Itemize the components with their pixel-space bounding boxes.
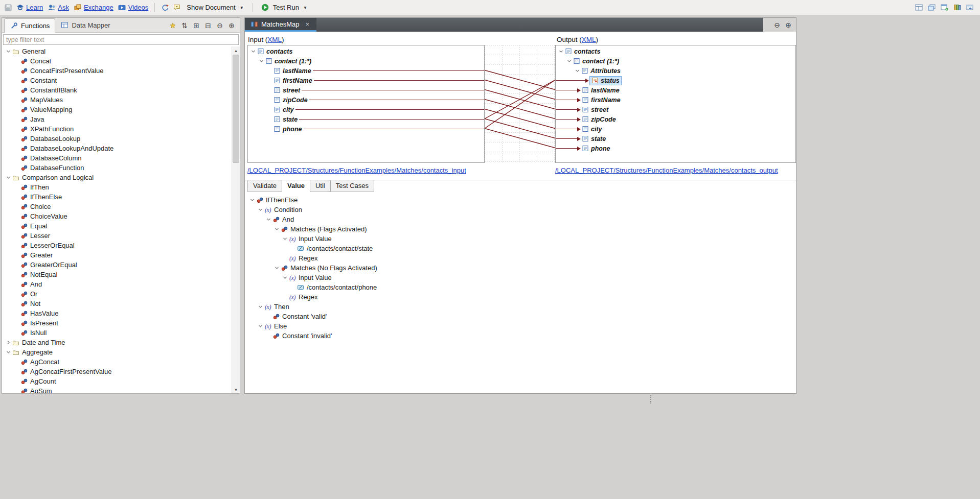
function-item-choice[interactable]: Choice (2, 202, 232, 211)
function-item-hasvalue[interactable]: HasValue (2, 308, 232, 318)
save-icon[interactable] (4, 4, 12, 12)
help-bubble-icon[interactable] (173, 4, 181, 12)
value-node-then[interactable]: (x)Then (245, 302, 796, 312)
splitter-handle[interactable] (650, 395, 653, 403)
schema-node-street[interactable]: street (248, 85, 484, 95)
schema-node-attributes[interactable]: Attributes (556, 66, 795, 76)
function-item-greater[interactable]: Greater (2, 250, 232, 260)
function-item-and[interactable]: And (2, 279, 232, 289)
function-item-databasefunction[interactable]: DatabaseFunction (2, 163, 232, 173)
value-node-constant-invalid[interactable]: Constant 'invalid' (245, 331, 796, 341)
chevron-down-icon[interactable] (249, 197, 256, 203)
chevron-down-icon[interactable] (258, 58, 265, 64)
value-node-regex[interactable]: (x)Regex (245, 292, 796, 302)
function-item-or[interactable]: Or (2, 289, 232, 299)
chevron-down-icon[interactable] (5, 349, 12, 355)
schema-node-lastname[interactable]: lastName (248, 66, 484, 76)
function-item-lesserorequal[interactable]: LesserOrEqual (2, 241, 232, 250)
function-item-choicevalue[interactable]: ChoiceValue (2, 211, 232, 221)
chevron-down-icon[interactable] (257, 206, 264, 213)
function-item-lesser[interactable]: Lesser (2, 231, 232, 241)
sort-icon[interactable]: ⇅ (180, 21, 189, 30)
collapse-all-icon[interactable]: ⊟ (204, 21, 212, 30)
function-item-agcount[interactable]: AgCount (2, 376, 232, 386)
new-window-icon[interactable] (940, 4, 948, 12)
schema-node-status[interactable]: status (556, 76, 795, 85)
schema-node-city[interactable]: city (248, 105, 484, 114)
function-item-databaselookup[interactable]: DatabaseLookup (2, 134, 232, 144)
value-node-input-value[interactable]: (x)Input Value (245, 273, 796, 282)
minimize-icon[interactable]: ⊖ (216, 21, 224, 30)
function-item-equal[interactable]: Equal (2, 221, 232, 231)
schema-node-street[interactable]: street (556, 105, 795, 114)
filter-input[interactable] (3, 34, 239, 45)
function-item-mapvalues[interactable]: MapValues (2, 95, 232, 105)
function-item-not[interactable]: Not (2, 299, 232, 308)
maximize-icon[interactable]: ⊕ (227, 21, 236, 30)
chevron-down-icon[interactable] (574, 67, 581, 74)
value-node-constant-valid[interactable]: Constant 'valid' (245, 312, 796, 321)
expand-all-icon[interactable]: ⊞ (192, 21, 200, 30)
value-node-matches-flags-activated[interactable]: Matches (Flags Activated) (245, 224, 796, 234)
schema-node-contacts[interactable]: contacts (248, 46, 484, 56)
tab-value[interactable]: Value (282, 180, 310, 192)
scrollbar[interactable]: ▴ ▾ (232, 46, 240, 393)
chevron-down-icon[interactable] (265, 216, 272, 223)
close-icon[interactable]: × (305, 20, 311, 28)
scrollbar-thumb[interactable] (233, 55, 239, 163)
chevron-down-icon[interactable] (5, 174, 12, 181)
tab-matchesmap[interactable]: MatchesMap × (245, 18, 316, 32)
value-node-input-value[interactable]: (x)Input Value (245, 234, 796, 244)
tab-functions[interactable]: Functions (4, 18, 55, 33)
chevron-down-icon[interactable] (274, 265, 280, 271)
function-item-ispresent[interactable]: IsPresent (2, 318, 232, 328)
schema-node-phone[interactable]: phone (556, 144, 795, 153)
maximize-icon[interactable]: ⊕ (784, 21, 792, 29)
chevron-down-icon[interactable] (5, 48, 12, 55)
schema-node-zipcode[interactable]: zipCode (556, 114, 795, 124)
tree-folder-general[interactable]: General (2, 46, 232, 56)
exchange-link[interactable]: Exchange (84, 4, 113, 11)
value-node-matches-no-flags-activated[interactable]: Matches (No Flags Activated) (245, 263, 796, 273)
schema-node-lastname[interactable]: lastName (556, 85, 795, 95)
scroll-up-icon[interactable]: ▴ (232, 46, 240, 54)
chevron-down-icon[interactable] (250, 48, 257, 55)
schema-node-contact-1[interactable]: contact (1:*) (248, 56, 484, 66)
tree-folder-date-and-time[interactable]: Date and Time (2, 338, 232, 347)
schema-node-state[interactable]: state (556, 134, 795, 144)
schema-node-zipcode[interactable]: zipCode (248, 95, 484, 105)
value-node-contacts-contact-phone[interactable]: /contacts/contact/phone (245, 282, 796, 292)
value-node-ifthenelse[interactable]: IfThenElse (245, 195, 796, 205)
new-wizard-icon[interactable] (169, 21, 177, 30)
schema-node-firstname[interactable]: firstName (248, 76, 484, 85)
selected-node[interactable]: status (589, 76, 622, 85)
schema-node-contacts[interactable]: contacts (556, 46, 795, 56)
show-document-dropdown[interactable]: Show Document ▾ (185, 3, 246, 13)
value-node-condition[interactable]: (x)Condition (245, 205, 796, 215)
restore-window-icon[interactable] (927, 4, 936, 12)
function-item-constant[interactable]: Constant (2, 76, 232, 85)
minimize-icon[interactable]: ⊖ (773, 21, 781, 29)
open-perspective-icon[interactable] (966, 4, 974, 12)
library-icon[interactable] (953, 4, 961, 12)
chevron-down-icon[interactable] (282, 235, 288, 242)
chevron-down-icon[interactable] (274, 226, 280, 232)
function-item-databasecolumn[interactable]: DatabaseColumn (2, 153, 232, 163)
output-xml-link[interactable]: XML (582, 36, 596, 43)
chevron-down-icon[interactable] (257, 303, 264, 310)
schema-node-contact-1[interactable]: contact (1:*) (556, 56, 795, 66)
function-item-agsum[interactable]: AgSum (2, 386, 232, 393)
function-item-java[interactable]: Java (2, 114, 232, 124)
function-item-greaterorequal[interactable]: GreaterOrEqual (2, 260, 232, 270)
tab-data-mapper[interactable]: Data Mapper (55, 18, 115, 32)
schema-node-state[interactable]: state (248, 114, 484, 124)
tab-test-cases[interactable]: Test Cases (331, 180, 374, 192)
input-structure-link[interactable]: /LOCAL_PROJECT/Structures/FunctionExampl… (247, 167, 466, 174)
learn-link[interactable]: Learn (26, 4, 43, 11)
function-item-concatfirstpresentvalue[interactable]: ConcatFirstPresentValue (2, 66, 232, 76)
schema-node-city[interactable]: city (556, 124, 795, 134)
grid-view-icon[interactable] (915, 4, 923, 12)
schema-node-phone[interactable]: phone (248, 124, 484, 134)
chevron-right-icon[interactable] (5, 339, 12, 346)
function-item-agconcatfirstpresentvalue[interactable]: AgConcatFirstPresentValue (2, 367, 232, 376)
